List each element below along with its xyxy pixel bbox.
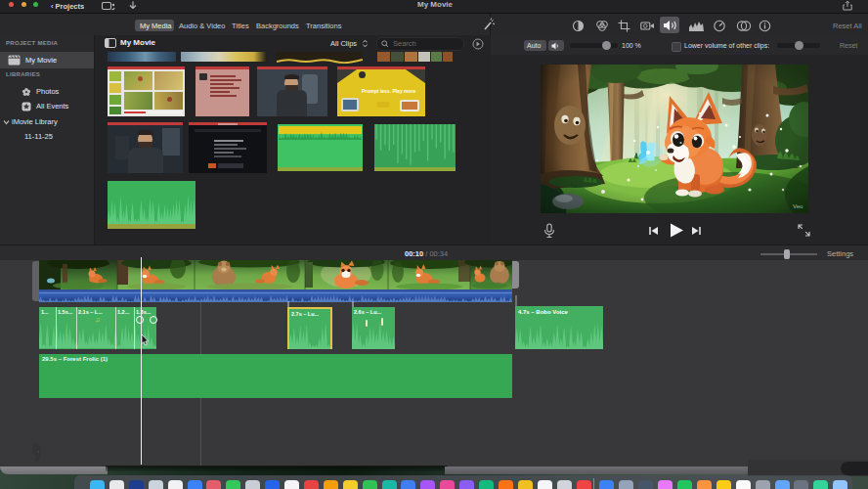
svg-text:Veo: Veo — [793, 203, 803, 209]
